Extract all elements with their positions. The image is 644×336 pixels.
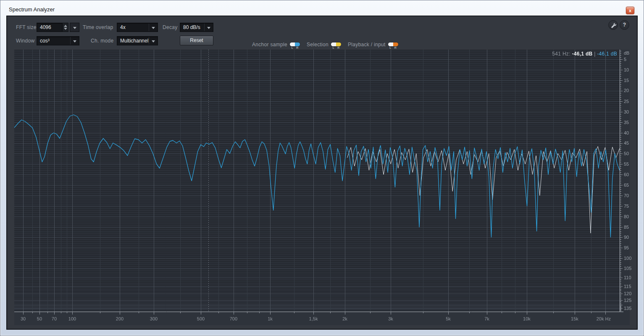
left-channel-letter: L [333,46,334,50]
readout-level-main: -46,1 dB [572,51,592,57]
channel-pill-toggle[interactable]: LR [290,42,300,50]
y-tick-label: 135 [624,306,631,311]
y-tick-label: 20 [624,88,629,93]
x-tick-label: 300 [150,316,158,321]
wrench-icon [610,22,617,29]
x-tick-label: 10k [523,316,531,321]
left-channel-letter: L [389,46,391,50]
y-tick-label: 100 [624,256,631,261]
y-tick-label: 25 [624,99,629,104]
readout-level-secondary: -46,1 dB [597,51,617,57]
channel-legend: Anchor sampleLRSelectionLRPlayback / inp… [252,40,398,50]
spectrum-plot: 541 Hz: -46,1 dB | -46,1 dB dB 510152025… [14,50,630,325]
fft-size-input[interactable]: 4096 [37,23,63,32]
chevron-down-icon [152,27,155,29]
right-channel-swatch[interactable] [336,42,341,46]
db-axis: dB 5101520253035404550556065707580859095… [620,50,644,325]
chevron-down-icon [207,27,210,29]
y-tick-label: 40 [624,130,629,135]
spinner-down-icon[interactable] [64,28,67,30]
decay-label: Decay [163,23,178,32]
y-tick-label: 120 [624,291,631,296]
x-tick-label: 700 [230,316,237,321]
right-channel-swatch[interactable] [393,42,398,46]
right-channel-letter: R [337,46,339,50]
close-icon: x [629,8,631,13]
channel-pill[interactable] [290,42,300,46]
window-title: Spectrum Analyzer [9,6,55,13]
left-channel-swatch[interactable] [388,42,393,46]
window-function-label: Window [16,36,34,45]
left-channel-swatch[interactable] [331,42,336,46]
x-tick-label: 200 [116,316,124,321]
fft-size-dropdown-button[interactable] [70,23,79,32]
x-tick-label: 70 [52,316,57,321]
channel-pill-toggle[interactable]: LR [388,42,398,50]
channel-pill[interactable] [388,42,398,46]
close-button[interactable]: x [626,7,634,14]
time-overlap-select[interactable]: 4x [117,23,158,32]
divider [149,24,149,31]
left-channel-letter: L [292,46,293,50]
window-function-value: cos³ [40,38,50,44]
decay-select[interactable]: 80 dB/s [180,23,213,32]
y-tick-label: 15 [624,78,629,83]
fft-size-label: FFT size [16,23,37,32]
spinner-up-icon[interactable] [64,25,67,27]
window-function-select[interactable]: cos³ [37,36,79,45]
y-tick-label: 60 [624,172,629,177]
x-tick-label: 500 [197,316,205,321]
y-tick-label: 50 [624,151,629,156]
y-tick-label: 80 [624,214,629,219]
readout-separator: | [594,51,595,57]
channel-mode-select[interactable]: Multichannel [117,36,158,45]
chevron-down-icon [152,40,155,42]
y-tick-label: 55 [624,161,629,167]
y-tick-label: 105 [624,266,631,271]
y-tick-label: 30 [624,109,629,114]
x-tick-label: 1k [268,316,273,321]
decay-value: 80 dB/s [183,24,200,30]
y-tick-label: 85 [624,225,629,230]
x-tick-label: 3k [388,316,393,321]
legend-item-label: Selection [307,42,329,48]
x-tick-label: 15k [571,316,578,321]
x-tick-label: 1,5k [309,316,318,321]
right-channel-swatch[interactable] [295,42,300,46]
left-channel-swatch[interactable] [290,42,295,46]
channel-pill-toggle[interactable]: LR [331,42,341,50]
y-tick-label: 45 [624,140,629,146]
help-button[interactable]: ? [620,20,629,30]
y-tick-label: 90 [624,235,629,240]
settings-button[interactable] [608,20,618,30]
readout-frequency: 541 Hz: [552,51,570,57]
divider [149,37,149,45]
y-tick-label: 115 [624,284,631,289]
x-tick-label: 2k [342,316,347,321]
right-channel-letter: R [296,46,298,50]
divider [204,24,205,31]
db-axis-unit: dB [624,50,629,56]
y-tick-label: 5 [624,57,626,62]
y-tick-label: 125 [624,298,631,303]
y-tick-label: 35 [624,120,629,125]
channel-mode-label: Ch. mode [91,36,113,45]
help-icon: ? [623,22,626,28]
chevron-down-icon [73,27,76,29]
spectrum-analyzer-window: Spectrum Analyzer x FFT size 4096 Time o… [0,0,644,336]
right-channel-letter: R [394,46,397,50]
reset-button[interactable]: Reset [180,36,213,45]
legend-item-label: Anchor sample [252,42,287,48]
titlebar[interactable]: Spectrum Analyzer x [0,0,644,16]
legend-item: Anchor sampleLR [252,40,300,50]
time-overlap-value: 4x [120,24,126,30]
legend-item: Playback / inputLR [348,40,398,50]
spectrum-canvas[interactable] [14,50,630,325]
x-tick-label: 100 [68,316,76,321]
divider [70,37,71,45]
channel-mode-value: Multichannel [120,38,148,44]
channel-pill[interactable] [331,42,341,46]
fft-size-stepper[interactable] [63,23,68,32]
legend-item: SelectionLR [307,40,341,50]
legend-item-label: Playback / input [348,42,386,48]
